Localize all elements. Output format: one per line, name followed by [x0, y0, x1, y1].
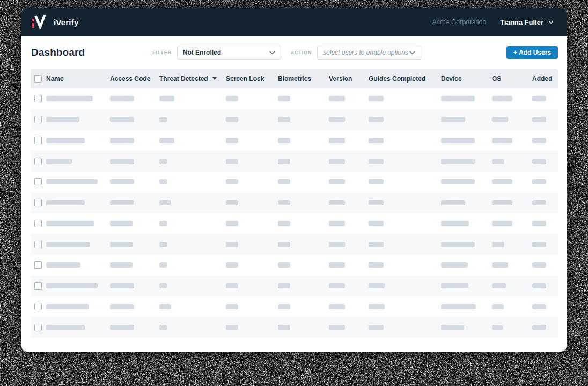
skeleton-bar — [159, 242, 167, 247]
table-cell — [159, 281, 226, 291]
table-cell — [492, 94, 532, 103]
skeleton-bar — [110, 117, 134, 122]
skeleton-bar — [278, 283, 290, 288]
skeleton-bar — [441, 304, 476, 309]
skeleton-bar — [278, 117, 290, 122]
table-cell — [329, 260, 369, 270]
table-cell — [159, 219, 226, 228]
skeleton-bar — [46, 179, 98, 184]
row-checkbox[interactable] — [34, 158, 42, 165]
table-cell — [110, 157, 159, 166]
row-checkbox[interactable] — [34, 282, 42, 290]
skeleton-bar — [369, 262, 384, 268]
table-cell — [226, 219, 278, 228]
skeleton-bar — [492, 262, 508, 268]
skeleton-bar — [278, 221, 290, 226]
column-header-biometrics[interactable]: Biometrics — [278, 75, 329, 83]
table-cell — [226, 302, 278, 311]
column-header-os[interactable]: OS — [492, 75, 532, 83]
table-cell — [226, 136, 278, 145]
user-menu[interactable]: Tianna Fuller — [500, 18, 554, 26]
skeleton-bar — [226, 221, 238, 226]
table-cell — [441, 115, 492, 124]
table-cell — [532, 198, 558, 207]
table-cell — [532, 177, 558, 187]
skeleton-bar — [369, 283, 385, 288]
table-cell — [278, 260, 329, 270]
table-body — [31, 88, 558, 338]
chevron-down-icon — [409, 51, 415, 55]
row-checkbox[interactable] — [34, 178, 42, 185]
row-checkbox[interactable] — [34, 95, 42, 102]
toolbar: Dashboard FILTER Not Enrolled ACTION sel… — [21, 36, 567, 69]
skeleton-bar — [492, 221, 512, 226]
column-header-access-code[interactable]: Access Code — [110, 75, 159, 83]
table-cell — [441, 219, 492, 228]
skeleton-bar — [369, 325, 384, 330]
table-cell — [110, 281, 159, 291]
skeleton-bar — [441, 283, 468, 288]
table-cell — [492, 136, 532, 145]
skeleton-bar — [110, 325, 134, 330]
table-row — [31, 151, 558, 172]
chevron-down-icon — [548, 20, 554, 24]
row-checkbox[interactable] — [34, 324, 42, 331]
table-cell — [226, 157, 278, 166]
select-all-checkbox[interactable] — [34, 75, 42, 83]
table-cell — [46, 94, 110, 103]
table-row — [31, 276, 558, 296]
table-cell — [329, 94, 369, 103]
skeleton-bar — [329, 138, 345, 143]
table-row — [31, 213, 558, 234]
skeleton-bar — [226, 159, 238, 164]
table-cell — [369, 219, 441, 228]
table-cell — [278, 302, 329, 311]
table-cell — [110, 219, 159, 228]
chevron-down-icon — [269, 51, 275, 55]
table-cell — [226, 94, 278, 103]
table-cell — [159, 177, 226, 187]
row-checkbox[interactable] — [34, 303, 42, 310]
skeleton-bar — [226, 242, 238, 247]
skeleton-bar — [492, 159, 504, 164]
skeleton-bar — [329, 200, 345, 205]
row-checkbox[interactable] — [34, 241, 42, 248]
column-header-guides-completed[interactable]: Guides Completed — [369, 75, 441, 83]
action-label: ACTION — [291, 50, 312, 55]
org-name: Acme Corporation — [432, 18, 487, 26]
column-header-screen-lock[interactable]: Screen Lock — [226, 75, 278, 83]
column-header-added[interactable]: Added — [532, 75, 558, 83]
skeleton-bar — [441, 221, 469, 226]
action-select[interactable]: select users to enable options — [317, 46, 421, 60]
table-cell — [159, 260, 226, 270]
table-row — [31, 130, 558, 151]
add-users-button[interactable]: + Add Users — [506, 46, 558, 59]
skeleton-bar — [492, 96, 512, 101]
skeleton-bar — [278, 179, 290, 184]
skeleton-bar — [159, 304, 171, 309]
table-cell — [369, 115, 441, 124]
skeleton-bar — [492, 325, 503, 330]
column-header-version[interactable]: Version — [329, 75, 369, 83]
column-header-device[interactable]: Device — [441, 75, 492, 83]
row-checkbox[interactable] — [34, 137, 42, 144]
skeleton-bar — [110, 200, 134, 205]
skeleton-bar — [329, 221, 345, 226]
column-header-name[interactable]: Name — [46, 75, 110, 83]
table-cell — [532, 94, 558, 103]
column-header-threat-detected[interactable]: Threat Detected — [159, 75, 226, 83]
row-checkbox[interactable] — [34, 220, 42, 227]
filter-select[interactable]: Not Enrolled — [177, 46, 281, 60]
row-checkbox[interactable] — [34, 199, 42, 206]
table-cell — [46, 177, 110, 187]
table-cell — [110, 94, 159, 103]
action-select-placeholder: select users to enable options — [323, 49, 408, 56]
skeleton-bar — [329, 283, 345, 288]
skeleton-bar — [532, 304, 546, 309]
skeleton-bar — [329, 159, 345, 164]
row-checkbox[interactable] — [34, 261, 42, 269]
table-cell — [110, 136, 159, 145]
skeleton-bar — [226, 283, 238, 288]
table-cell — [369, 94, 441, 103]
row-checkbox[interactable] — [34, 116, 42, 123]
